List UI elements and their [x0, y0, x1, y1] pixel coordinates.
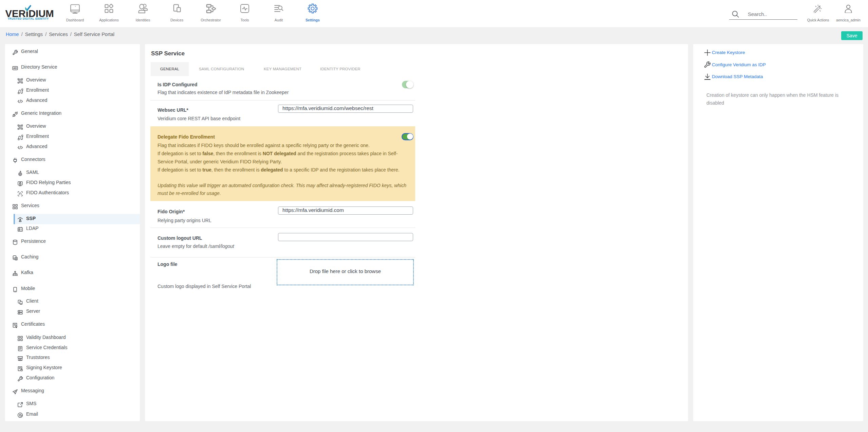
- svg-text:AD: AD: [13, 67, 17, 70]
- svg-text:TRUSTED DIGITAL IDENTITY: TRUSTED DIGITAL IDENTITY: [8, 17, 49, 20]
